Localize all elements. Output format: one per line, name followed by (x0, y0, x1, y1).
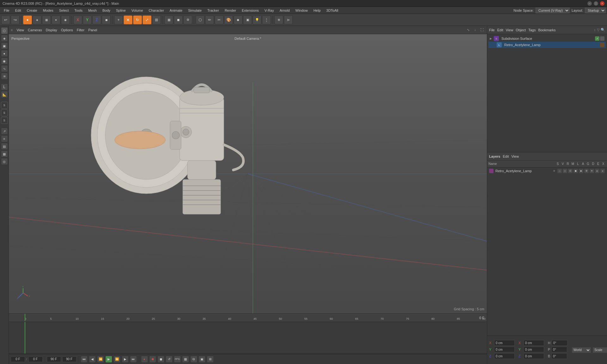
go-start-button[interactable]: ⏮ (81, 356, 88, 363)
vp-menu-panel[interactable]: Panel (88, 28, 97, 32)
timeline-track[interactable] (9, 322, 487, 354)
tree-item-lamp[interactable]: L Retro_Acetylene_Lamp (488, 42, 606, 48)
light-button[interactable]: 💡 (253, 15, 261, 24)
vp-zoom-btn[interactable]: ↓ (472, 27, 478, 33)
brush-btn[interactable]: ↗ (1, 128, 8, 135)
lamp-color-tag[interactable] (600, 43, 604, 47)
menu-create[interactable]: Create (24, 8, 40, 13)
obj-visibility-icon[interactable]: ✓ (595, 36, 599, 41)
layer-render-icon[interactable]: ◻ (563, 169, 567, 173)
max-frame-field2[interactable] (62, 356, 77, 362)
vp-menu-display[interactable]: Display (46, 28, 57, 32)
play-button[interactable]: ▶ (105, 356, 112, 363)
extra-btn2[interactable]: ⊞ (207, 356, 214, 363)
key-all-button[interactable]: ◼ (157, 356, 164, 363)
menu-extensions[interactable]: Extensions (239, 8, 261, 13)
om-view-menu[interactable]: View (506, 28, 513, 32)
loop-button[interactable]: ↺ (166, 356, 173, 363)
record-button[interactable]: ● (141, 356, 148, 363)
menu-volume[interactable]: Volume (129, 8, 146, 13)
menu-render[interactable]: Render (222, 8, 239, 13)
menu-body[interactable]: Body (100, 8, 113, 13)
transform-tool-button[interactable]: ⊞ (152, 15, 161, 24)
layout-select[interactable]: Startup (585, 8, 606, 13)
maximize-button[interactable]: □ (594, 1, 598, 6)
gradient-btn[interactable]: ≡ (1, 135, 8, 142)
y-pos-field2[interactable] (524, 347, 544, 352)
scale-dropdown[interactable]: Scale (593, 347, 607, 353)
current-frame-field[interactable] (11, 356, 25, 362)
layer-deform-icon[interactable]: ≋ (590, 169, 594, 173)
menu-mesh[interactable]: Mesh (86, 8, 99, 13)
s-btn-2[interactable]: S (1, 109, 8, 116)
b-field[interactable] (551, 353, 567, 359)
model-mode-button[interactable]: ■ (23, 15, 32, 24)
point-btn[interactable]: ● (1, 50, 8, 57)
scale-tool-button[interactable]: ⤢ (143, 15, 151, 24)
edge-mode-button[interactable]: ▦ (42, 15, 51, 24)
obj-render-icon[interactable] (600, 36, 604, 41)
max-frame-field[interactable] (47, 356, 61, 362)
render-button[interactable]: ◼ (174, 15, 183, 24)
om-bookmarks-menu[interactable]: Bookmarks (538, 28, 555, 32)
pencil-button[interactable]: ✏ (205, 15, 214, 24)
menu-simulate[interactable]: Simulate (186, 8, 204, 13)
vp-menu-options[interactable]: Options (61, 28, 73, 32)
layer-lock-icon[interactable]: ◼ (573, 169, 578, 173)
menu-arnold[interactable]: Arnold (277, 8, 292, 13)
x-axis-button[interactable]: X (73, 15, 82, 24)
menu-tools[interactable]: Tools (72, 8, 85, 13)
om-filter-icon[interactable]: ▽ (597, 28, 599, 32)
menu-edit[interactable]: Edit (13, 8, 24, 13)
layer-row-lamp[interactable]: Retro_Acetylene_Lamp ⊙ □ ◻ ⊡ ◼ ▶ ⚙ ≋ E X (488, 168, 606, 174)
cube-button[interactable]: ⬡ (196, 15, 205, 24)
deform-btn[interactable]: ≋ (1, 73, 8, 80)
layer-solo-icon[interactable]: ⊙ (552, 169, 556, 173)
mesh-mode-button[interactable]: ◈ (33, 15, 41, 24)
redo-button[interactable]: ↪ (11, 15, 20, 24)
layer-btn[interactable]: ▤ (1, 143, 8, 150)
add-button[interactable]: + (114, 15, 123, 24)
measure-btn[interactable]: 📐 (1, 91, 8, 98)
world-button[interactable]: ◼ (102, 15, 111, 24)
vp-full-btn[interactable]: ⛶ (479, 27, 485, 33)
layer-manager-icon[interactable]: ⊡ (568, 169, 573, 173)
menu-help[interactable]: Help (311, 8, 323, 13)
layer2-btn[interactable]: ▦ (1, 150, 8, 157)
vp-menu-cameras[interactable]: Cameras (28, 28, 42, 32)
menu-file[interactable]: File (1, 8, 12, 13)
prev-frame-button[interactable]: ◀ (89, 356, 96, 363)
sculpt-btn[interactable]: ∿ (1, 65, 8, 72)
next-frame-button[interactable]: ▶ (122, 356, 129, 363)
om-search-icon[interactable]: 🔍 (601, 28, 605, 32)
texture-button[interactable]: ▣ (243, 15, 252, 24)
uv-btn[interactable]: ◉ (1, 58, 8, 64)
menu-modes[interactable]: Modes (40, 8, 56, 13)
edge-btn[interactable]: ▣ (1, 42, 8, 49)
layer-visible-icon[interactable]: □ (557, 169, 562, 173)
om-edit-menu[interactable]: Edit (497, 28, 503, 32)
z-axis-button[interactable]: Z (92, 15, 101, 24)
vp-menu-filter[interactable]: Filter (77, 28, 84, 32)
close-button[interactable]: × (600, 1, 604, 6)
object-mode-btn[interactable]: ⬡ (1, 27, 8, 34)
start-frame-field[interactable] (28, 356, 43, 362)
s-btn-3[interactable]: S (1, 117, 8, 124)
uv-mode-button[interactable]: ◉ (61, 15, 70, 24)
minimize-button[interactable]: − (587, 1, 592, 6)
layers-menu-layers[interactable]: Layers (489, 155, 500, 158)
menu-character[interactable]: Character (146, 8, 166, 13)
menu-3dtoall[interactable]: 3DToAll (324, 8, 341, 13)
magnet-button[interactable]: ⋗ (284, 15, 293, 24)
om-tags-menu[interactable]: Tags (528, 28, 536, 32)
menu-tracker[interactable]: Tracker (205, 8, 222, 13)
menu-vray[interactable]: V-Ray (262, 8, 277, 13)
fps-button[interactable]: FPS (174, 356, 181, 363)
layer-generator-icon[interactable]: ⚙ (584, 169, 589, 173)
vp-menu-view[interactable]: View (16, 28, 24, 32)
snap-button[interactable]: ⊕ (274, 15, 283, 24)
p-field[interactable] (551, 347, 567, 352)
x-pos-field2[interactable] (524, 340, 544, 346)
node-space-select[interactable]: Current (V-Ray) (536, 8, 570, 13)
om-sort-icon[interactable]: ↕ (594, 28, 596, 32)
